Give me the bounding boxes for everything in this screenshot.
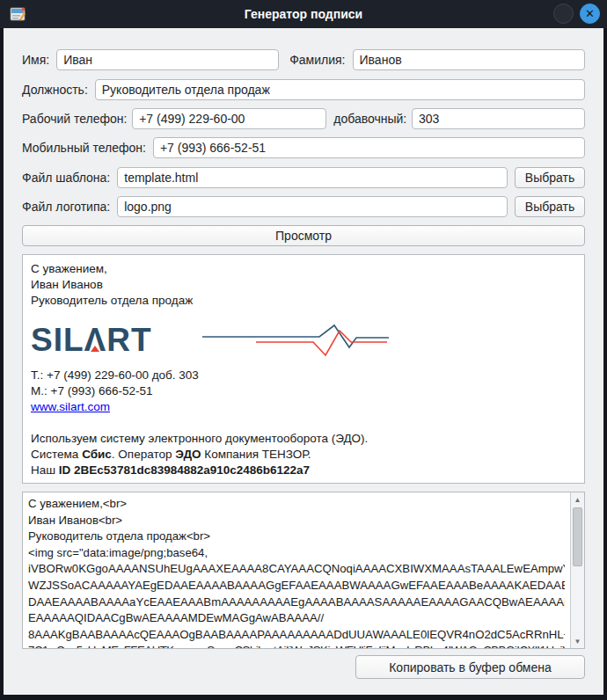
position-label: Должность: bbox=[22, 79, 88, 100]
logo-file-label: Файл логотипа: bbox=[22, 196, 110, 217]
scrollbar-thumb[interactable] bbox=[573, 507, 582, 566]
preview-work-phone: Т.: +7 (499) 229-60-00 доб. 303 bbox=[31, 368, 576, 383]
silart-logo-text: SILΛRT bbox=[31, 323, 152, 358]
company-logo: SILΛRT bbox=[31, 319, 576, 361]
name-label: Имя: bbox=[22, 49, 49, 70]
code-line: WZJSSoACAAAAAYAEgEDAAEAAAABAAAAGgEFAAEAA… bbox=[28, 578, 565, 594]
waveform-graphic bbox=[201, 321, 391, 360]
code-line: 7C1wCne5vUqMEvFFEAUTKrczcxwSgwqCSbibnrtA… bbox=[28, 643, 565, 648]
scrollbar-track[interactable] bbox=[571, 507, 584, 634]
preview-button[interactable]: Просмотр bbox=[22, 225, 585, 246]
titlebar: Генератор подписи ✕ bbox=[0, 0, 607, 28]
scroll-up-icon[interactable]: ▲ bbox=[571, 492, 584, 507]
edo-line2: Система Сбис. Оператор ЭДО Компания ТЕНЗ… bbox=[31, 447, 576, 463]
mobile-phone-label: Мобильный телефон: bbox=[22, 137, 146, 158]
copy-to-clipboard-button[interactable]: Копировать в буфер обмена bbox=[355, 655, 585, 679]
surname-input[interactable] bbox=[353, 49, 585, 70]
code-line: Иван Иванов<br> bbox=[28, 513, 565, 529]
code-line: DAAEAAAABAAAAaYcEAAEAAABmAAAAAAAAAEgAAAA… bbox=[28, 594, 565, 611]
window-title: Генератор подписи bbox=[0, 7, 607, 21]
scroll-down-icon[interactable]: ▼ bbox=[571, 634, 584, 648]
preview-greeting: С уважением, bbox=[31, 261, 576, 277]
main-content: Имя: Фамилия: Должность: Рабочий телефон… bbox=[4, 28, 603, 695]
preview-full-name: Иван Иванов bbox=[31, 277, 576, 293]
html-source-textarea[interactable]: С уважением,<br> Иван Иванов<br> Руковод… bbox=[22, 492, 585, 649]
code-line: iVBORw0KGgoAAAANSUhEUgAAAXEAAAA8CAYAAACQ… bbox=[28, 561, 565, 578]
choose-template-button[interactable]: Выбрать bbox=[515, 167, 585, 188]
work-phone-input[interactable] bbox=[132, 108, 326, 129]
logo-red-triangle bbox=[91, 346, 99, 352]
code-line: <img src="data:image/png;base64, bbox=[28, 545, 565, 562]
edo-id-line: Наш ID 2BEc53781dc83984882a910c2486b6122… bbox=[31, 463, 576, 478]
template-file-label: Файл шаблона: bbox=[22, 167, 110, 188]
code-line: Руководитель отдела продаж<br> bbox=[28, 529, 565, 545]
close-button[interactable]: ✕ bbox=[580, 4, 600, 24]
template-file-input[interactable] bbox=[117, 167, 508, 188]
name-input[interactable] bbox=[56, 49, 279, 70]
code-line: EAAAAAQIDAACgBwAEAAAAMDEwMAGgAwABAAAA// bbox=[28, 610, 565, 627]
website-link[interactable]: www.silart.com bbox=[31, 400, 110, 413]
vertical-scrollbar[interactable]: ▲ ▼ bbox=[570, 492, 584, 648]
position-input[interactable] bbox=[95, 79, 585, 100]
logo-file-input[interactable] bbox=[117, 196, 508, 217]
choose-logo-button[interactable]: Выбрать bbox=[515, 196, 585, 217]
app-window: Генератор подписи ✕ Имя: Фамилия: Должно… bbox=[0, 0, 607, 700]
html-source-content[interactable]: С уважением,<br> Иван Иванов<br> Руковод… bbox=[23, 492, 570, 648]
extension-input[interactable] bbox=[412, 108, 585, 129]
preview-position: Руководитель отдела продаж bbox=[31, 293, 576, 309]
surname-label: Фамилия: bbox=[289, 49, 345, 70]
code-line: 8AAAKgBAABAAAAcQEAAAOgBAABAAAAPAAAAAAAAA… bbox=[28, 627, 565, 644]
preview-mobile-phone: М.: +7 (993) 666-52-51 bbox=[31, 383, 576, 399]
edo-line1: Используем систему электронного документ… bbox=[31, 431, 576, 447]
signature-preview: С уважением, Иван Иванов Руководитель от… bbox=[22, 254, 585, 484]
work-phone-label: Рабочий телефон: bbox=[22, 108, 127, 129]
app-icon bbox=[9, 5, 27, 24]
minimize-button[interactable] bbox=[553, 4, 574, 24]
code-line: С уважением,<br> bbox=[28, 496, 565, 513]
mobile-phone-input[interactable] bbox=[153, 137, 585, 158]
extension-label: добавочный: bbox=[333, 108, 406, 129]
